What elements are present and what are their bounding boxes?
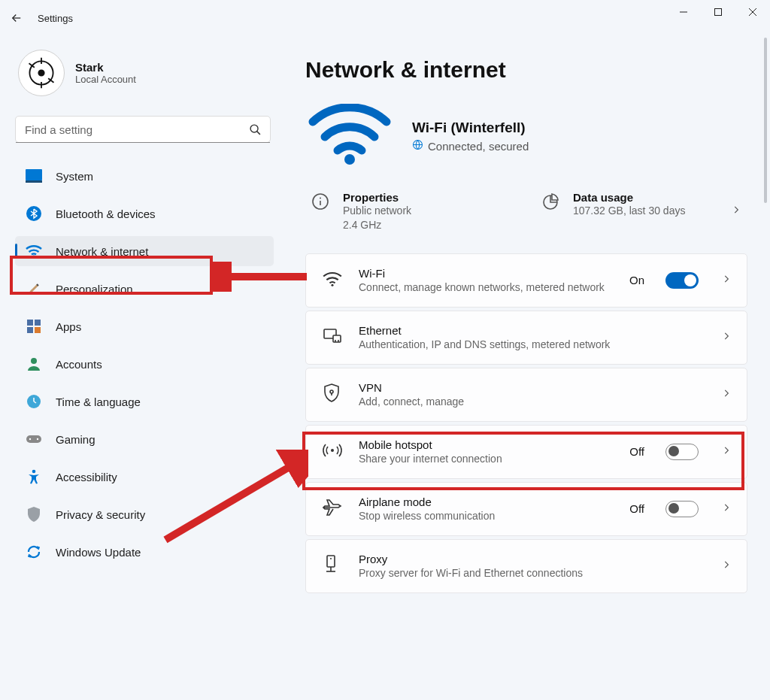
window-title: Settings [33,13,73,24]
hotspot-toggle[interactable] [665,444,699,460]
data-usage-tile[interactable]: Data usage 107.32 GB, last 30 days [541,191,741,232]
wifi-state-label: On [629,274,644,286]
hotspot-icon [323,442,342,462]
svg-rect-13 [26,180,42,183]
sidebar-item-gaming[interactable]: Gaming [15,424,274,454]
wifi-icon [323,271,342,290]
info-icon [311,192,331,212]
sidebar-item-label: Network & internet [56,245,148,258]
airplane-state-label: Off [629,502,644,515]
minimize-button[interactable] [666,0,701,24]
svg-point-39 [331,449,334,452]
avatar [18,50,65,96]
wifi-toggle[interactable] [665,272,699,289]
svg-rect-17 [35,320,41,326]
person-icon [26,356,42,372]
sidebar-item-label: Apps [56,320,81,333]
wifi-icon [26,243,42,259]
user-account-type: Local Account [75,74,136,85]
card-vpn[interactable]: VPN Add, connect, manage [305,368,747,422]
card-title: Mobile hotspot [359,438,613,451]
search-box[interactable] [15,116,271,143]
svg-rect-19 [35,327,41,333]
svg-point-10 [250,125,258,132]
svg-point-30 [320,198,321,199]
sidebar-item-label: Personalization [56,283,133,295]
svg-rect-16 [27,320,33,326]
shield-lock-icon [323,383,342,406]
airplane-icon [323,498,342,520]
sidebar-item-label: Privacy & security [56,508,145,521]
card-subtitle: Authentication, IP and DNS settings, met… [359,338,699,350]
ethernet-icon [323,328,342,347]
card-ethernet[interactable]: Ethernet Authentication, IP and DNS sett… [305,311,747,365]
chevron-right-icon [721,502,732,516]
chevron-right-icon [721,388,732,402]
sidebar-item-system[interactable]: System [15,161,274,191]
sidebar-item-bluetooth[interactable]: Bluetooth & devices [15,198,274,229]
sidebar-item-label: Accessibility [56,471,117,483]
card-subtitle: Stop wireless communication [359,510,613,522]
gamepad-icon [26,431,42,447]
svg-line-11 [256,131,259,134]
svg-point-26 [344,154,355,165]
sidebar-item-accounts[interactable]: Accounts [15,349,274,379]
sidebar-item-label: Time & language [56,395,141,408]
sidebar-item-network[interactable]: Network & internet [15,236,274,266]
accessibility-icon [26,468,42,485]
pie-icon [541,192,561,212]
data-usage-line1: 107.32 GB, last 30 days [573,204,685,218]
svg-point-23 [29,438,31,440]
shield-icon [26,506,42,523]
card-title: Proxy [359,553,699,565]
maximize-button[interactable] [701,0,735,24]
airplane-toggle[interactable] [665,501,699,517]
sidebar-item-personalization[interactable]: Personalization [15,274,274,304]
card-hotspot[interactable]: Mobile hotspot Share your internet conne… [305,425,747,479]
user-name: Stark [75,61,136,74]
properties-tile[interactable]: Properties Public network 2.4 GHz [311,191,511,232]
sidebar-item-time[interactable]: Time & language [15,386,274,417]
connection-status-block: Wi-Fi (Winterfell) Connected, secured [305,104,747,168]
card-subtitle: Connect, manage known networks, metered … [359,281,613,293]
svg-point-15 [33,256,35,258]
card-subtitle: Share your internet connection [359,453,613,465]
card-proxy[interactable]: Proxy Proxy server for Wi-Fi and Etherne… [305,539,747,593]
sidebar-item-privacy[interactable]: Privacy & security [15,499,274,529]
svg-rect-12 [26,169,42,180]
svg-point-20 [31,358,37,364]
chevron-right-icon [721,331,732,344]
sidebar-item-apps[interactable]: Apps [15,311,274,341]
properties-line1: Public network [343,204,411,218]
svg-point-5 [38,70,44,75]
search-input[interactable] [16,123,240,136]
svg-point-24 [37,438,38,440]
apps-icon [26,318,42,335]
close-button[interactable] [735,0,770,24]
sidebar-item-accessibility[interactable]: Accessibility [15,462,274,492]
profile-block[interactable]: Stark Local Account [15,50,274,96]
chevron-right-icon [731,205,741,218]
scrollbar[interactable] [762,38,768,695]
card-airplane[interactable]: Airplane mode Stop wireless communicatio… [305,482,747,536]
card-title: Airplane mode [359,495,613,508]
sidebar-item-label: Bluetooth & devices [56,208,156,220]
scrollbar-thumb[interactable] [764,38,767,203]
back-button[interactable] [0,0,33,36]
update-icon [26,544,42,560]
connection-status-text: Connected, secured [428,140,529,153]
wifi-large-icon [308,104,391,168]
card-subtitle: Add, connect, manage [359,395,699,408]
hotspot-state-label: Off [629,445,644,458]
svg-rect-22 [26,435,41,443]
sidebar-item-label: Gaming [56,433,95,446]
sidebar-item-update[interactable]: Windows Update [15,537,274,567]
svg-rect-34 [333,335,341,342]
svg-point-37 [330,390,333,393]
card-wifi[interactable]: Wi-Fi Connect, manage known networks, me… [305,253,747,308]
data-usage-title: Data usage [573,191,685,204]
clock-globe-icon [26,393,42,410]
properties-line2: 2.4 GHz [343,218,411,232]
sidebar-nav: System Bluetooth & devices Network & int… [15,161,274,567]
sidebar-item-label: System [56,170,93,183]
